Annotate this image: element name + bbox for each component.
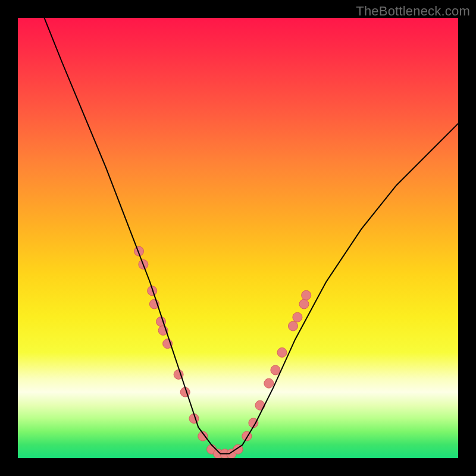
marker-dot — [277, 347, 287, 357]
outer-frame: TheBottleneck.com — [0, 0, 476, 476]
watermark-text: TheBottleneck.com — [356, 4, 470, 19]
marker-dot — [207, 444, 217, 454]
marker-dot — [156, 317, 166, 327]
marker-dot — [264, 378, 274, 388]
marker-dot — [220, 449, 230, 458]
marker-dot — [189, 414, 199, 423]
marker-dot — [149, 299, 159, 309]
marker-dot — [180, 387, 190, 397]
marker-dot — [271, 365, 280, 375]
marker-dot — [227, 449, 236, 458]
marker-dot — [174, 369, 183, 379]
marker-dot — [299, 299, 309, 309]
marker-dot — [214, 449, 223, 458]
marker-dot — [293, 312, 302, 322]
marker-dot — [302, 290, 311, 300]
marker-dot — [249, 418, 258, 428]
marker-dot — [148, 286, 157, 296]
markers-group — [134, 246, 311, 458]
marker-dot — [134, 246, 144, 256]
marker-dot — [198, 431, 208, 441]
marker-dot — [289, 321, 298, 331]
marker-dot — [163, 339, 173, 349]
marker-dot — [158, 325, 168, 335]
marker-dot — [139, 259, 148, 269]
bottleneck-curve — [44, 18, 458, 454]
chart-svg — [18, 18, 458, 458]
marker-dot — [233, 444, 243, 454]
marker-dot — [255, 400, 265, 410]
plot-area — [18, 18, 458, 458]
marker-dot — [242, 431, 252, 441]
